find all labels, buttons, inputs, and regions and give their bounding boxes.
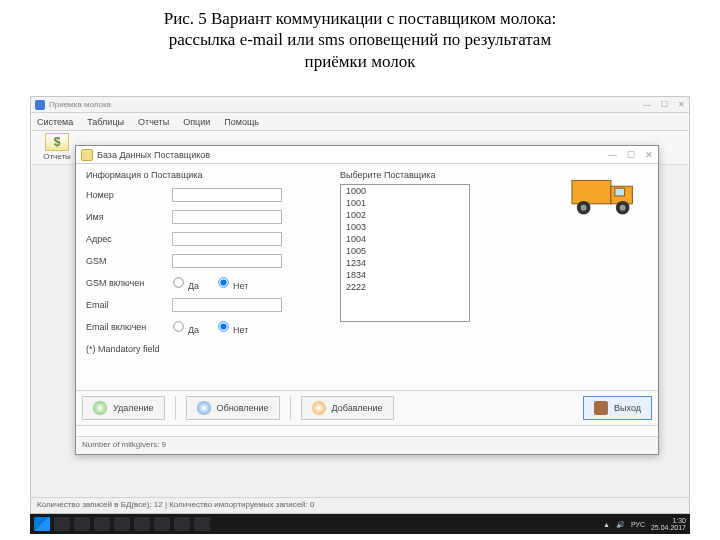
list-item[interactable]: 1001	[341, 197, 469, 209]
svg-point-4	[581, 205, 587, 211]
dialog-close-button[interactable]: ✕	[645, 150, 653, 160]
list-item[interactable]: 1000	[341, 185, 469, 197]
gsm-yes-radio[interactable]: Да	[172, 276, 199, 291]
dialog-window-controls: — ☐ ✕	[608, 150, 653, 160]
svg-rect-0	[572, 180, 611, 203]
select-supplier-label: Выберите Поставщика	[340, 170, 470, 180]
caption-line: Рис. 5 Вариант коммуникации с поставщико…	[30, 8, 690, 29]
list-item[interactable]: 1005	[341, 245, 469, 257]
number-input[interactable]	[172, 188, 282, 202]
svg-point-6	[620, 205, 626, 211]
menu-item[interactable]: Опции	[183, 117, 210, 127]
main-window: Приемка молока — ☐ ✕ СистемаТаблицыОтчет…	[30, 96, 690, 514]
email-input[interactable]	[172, 298, 282, 312]
list-item[interactable]: 1004	[341, 233, 469, 245]
list-item[interactable]: 2222	[341, 281, 469, 293]
caption-line: рассылка e-mail или sms оповещений по ре…	[30, 29, 690, 50]
separator	[175, 396, 176, 420]
list-item[interactable]: 1002	[341, 209, 469, 221]
taskbar-app[interactable]	[174, 517, 190, 531]
taskbar-app[interactable]	[154, 517, 170, 531]
gsm-input[interactable]	[172, 254, 282, 268]
address-input[interactable]	[172, 232, 282, 246]
name-input[interactable]	[172, 210, 282, 224]
dialog-button-bar: Удаление Обновление Добавление Выход	[76, 390, 658, 426]
minimize-button[interactable]: —	[643, 100, 651, 109]
dialog-body: Информация о Поставщика Номер Имя Адрес …	[76, 164, 658, 454]
main-statusbar: Количество записей в БД(все): 12 | Колич…	[31, 497, 689, 513]
dialog-maximize-button[interactable]: ☐	[627, 150, 635, 160]
delete-button[interactable]: Удаление	[82, 396, 165, 420]
taskbar-app[interactable]	[134, 517, 150, 531]
menu-item[interactable]: Таблицы	[87, 117, 124, 127]
system-tray: ▲ 🔊 РУС 1:30 25.04.2017	[603, 517, 686, 531]
svg-rect-2	[615, 188, 625, 196]
label-gsm-on: GSM включен	[86, 278, 172, 288]
label-email: Email	[86, 300, 172, 310]
start-button[interactable]	[34, 517, 50, 531]
close-button[interactable]: ✕	[678, 100, 685, 109]
taskbar-app[interactable]	[54, 517, 70, 531]
exit-icon	[594, 401, 608, 415]
label-email-on: Email включен	[86, 322, 172, 332]
list-item[interactable]: 1234	[341, 257, 469, 269]
label-address: Адрес	[86, 234, 172, 244]
maximize-button[interactable]: ☐	[661, 100, 668, 109]
label-number: Номер	[86, 190, 172, 200]
tray-icon[interactable]: ▲	[603, 521, 610, 528]
mandatory-note: (*) Mandatory field	[86, 344, 648, 354]
dialog-titlebar: База Данных Поставщиков — ☐ ✕	[76, 146, 658, 164]
taskbar-app[interactable]	[74, 517, 90, 531]
list-item[interactable]: 1003	[341, 221, 469, 233]
main-window-titlebar: Приемка молока — ☐ ✕	[31, 97, 689, 113]
add-button[interactable]: Добавление	[301, 396, 394, 420]
label-gsm: GSM	[86, 256, 172, 266]
dialog-title: База Данных Поставщиков	[97, 150, 210, 160]
taskbar-app[interactable]	[114, 517, 130, 531]
menu-item[interactable]: Помощь	[224, 117, 259, 127]
dialog-statusbar: Number of milkgivers: 9	[76, 436, 658, 454]
truck-icon	[570, 170, 648, 222]
dialog-icon	[81, 149, 93, 161]
menubar: СистемаТаблицыОтчетыОпцииПомощь	[31, 113, 689, 131]
list-item[interactable]: 1834	[341, 269, 469, 281]
delete-icon	[93, 401, 107, 415]
update-button[interactable]: Обновление	[186, 396, 280, 420]
email-on-radio-group: Да Нет	[172, 320, 248, 335]
figure-caption: Рис. 5 Вариант коммуникации с поставщико…	[0, 0, 720, 76]
gsm-on-radio-group: Да Нет	[172, 276, 248, 291]
menu-item[interactable]: Отчеты	[138, 117, 169, 127]
supplier-select-block: Выберите Поставщика 10001001100210031004…	[340, 170, 470, 322]
supplier-listbox[interactable]: 100010011002100310041005123418342222	[340, 184, 470, 322]
supplier-dialog: База Данных Поставщиков — ☐ ✕ Информация…	[75, 145, 659, 455]
taskbar: ▲ 🔊 РУС 1:30 25.04.2017	[30, 514, 690, 534]
caption-line: приёмки молок	[30, 51, 690, 72]
dialog-minimize-button[interactable]: —	[608, 150, 617, 160]
gsm-no-radio[interactable]: Нет	[217, 276, 248, 291]
add-icon	[312, 401, 326, 415]
language-indicator[interactable]: РУС	[631, 521, 645, 528]
window-controls: — ☐ ✕	[643, 100, 685, 109]
app-icon	[35, 100, 45, 110]
exit-button[interactable]: Выход	[583, 396, 652, 420]
toolbar-reports-button[interactable]: $ Отчеты	[37, 133, 77, 161]
email-no-radio[interactable]: Нет	[217, 320, 248, 335]
clock[interactable]: 1:30 25.04.2017	[651, 517, 686, 531]
main-window-title: Приемка молока	[49, 100, 111, 109]
tray-icon[interactable]: 🔊	[616, 521, 625, 528]
taskbar-app[interactable]	[94, 517, 110, 531]
update-icon	[197, 401, 211, 415]
email-yes-radio[interactable]: Да	[172, 320, 199, 335]
dollar-icon: $	[45, 133, 69, 151]
toolbar-label: Отчеты	[37, 152, 77, 161]
label-name: Имя	[86, 212, 172, 222]
menu-item[interactable]: Система	[37, 117, 73, 127]
taskbar-app[interactable]	[194, 517, 210, 531]
separator	[290, 396, 291, 420]
